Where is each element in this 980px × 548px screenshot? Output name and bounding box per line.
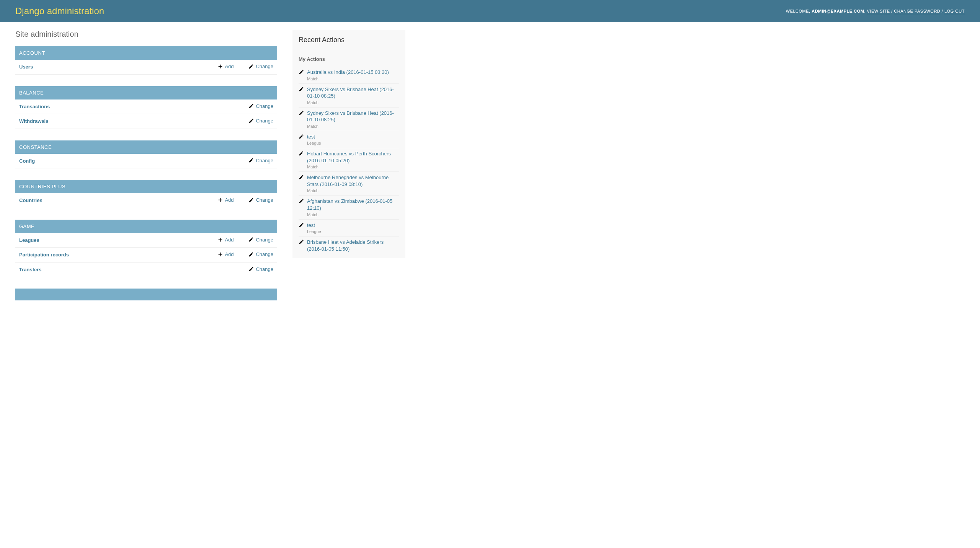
action-item: Afghanistan vs Zimbabwe (2016-01-05 12:1… [299,195,399,219]
app-caption[interactable]: BALANCE [15,86,277,99]
site-title: Django administration [15,6,104,16]
app-module: GAMELeaguesAddChangeParticipation record… [15,220,277,277]
change-cell: Change [245,193,277,208]
pencil-icon [299,134,304,140]
model-name-cell: Transfers [15,262,214,277]
change-label: Change [256,118,273,124]
app-caption[interactable]: GAME [15,220,277,233]
change-label: Change [256,197,273,203]
change-password-link[interactable]: CHANGE PASSWORD [894,9,940,14]
add-link[interactable]: Add [218,251,234,257]
model-name-cell: Participation records [15,248,214,263]
app-list: ACCOUNTUsersAddChangeBALANCETransactions… [15,46,277,300]
add-cell [214,154,245,168]
model-name-cell: Transactions [15,99,214,114]
action-type: Match [307,124,399,129]
pencil-icon [248,197,254,203]
pencil-icon [299,222,304,229]
add-link[interactable]: Add [218,197,234,203]
add-link[interactable]: Add [218,64,234,69]
pencil-icon [299,198,304,205]
add-label: Add [225,64,234,69]
pencil-icon [299,69,304,76]
model-link[interactable]: Transfers [19,267,42,272]
pencil-icon [299,175,304,180]
action-type: Match [307,188,399,193]
model-link[interactable]: Users [19,64,33,70]
add-cell [214,99,245,114]
change-link[interactable]: Change [248,158,273,163]
branding-link[interactable]: Django administration [15,6,104,16]
header: Django administration WELCOME, ADMIN@EXA… [0,0,980,22]
change-link[interactable]: Change [248,237,273,243]
pencil-icon [299,151,304,157]
action-type: Match [307,212,399,217]
model-row: TransactionsChange [15,99,277,114]
user-tools: WELCOME, ADMIN@EXAMPLE.COM. VIEW SITE / … [786,9,965,13]
action-link[interactable]: Afghanistan vs Zimbabwe (2016-01-05 12:1… [307,198,392,211]
model-row: WithdrawalsChange [15,114,277,129]
action-link[interactable]: Australia vs India (2016-01-15 03:20) [307,69,389,75]
action-link[interactable]: Hobart Hurricanes vs Perth Scorchers (20… [307,151,391,163]
app-module: BALANCETransactionsChangeWithdrawalsChan… [15,86,277,129]
model-name-cell: Countries [15,193,214,208]
model-link[interactable]: Countries [19,197,42,203]
app-caption[interactable] [15,289,277,300]
change-link[interactable]: Change [248,251,273,257]
action-link[interactable]: Melbourne Renegades vs Melbourne Stars (… [307,175,389,187]
change-cell: Change [245,114,277,129]
change-link[interactable]: Change [248,118,273,124]
action-link[interactable]: Sydney Sixers vs Brisbane Heat (2016-01-… [307,110,394,123]
pencil-icon [299,110,304,116]
change-label: Change [256,103,273,109]
add-label: Add [225,251,234,257]
action-item: test League [299,219,399,236]
pencil-icon [299,110,304,117]
add-link[interactable]: Add [218,237,234,243]
add-cell: Add [214,60,245,74]
change-label: Change [256,158,273,163]
model-name-cell: Users [15,60,214,74]
add-label: Add [225,197,234,203]
action-link[interactable]: Brisbane Heat vs Adelaide Strikers (2016… [307,239,384,252]
action-list: Australia vs India (2016-01-15 03:20) Ma… [299,67,399,254]
action-type: League [307,141,399,145]
change-cell: Change [245,60,277,74]
pencil-icon [248,252,254,257]
action-link[interactable]: test [307,134,315,140]
app-caption[interactable]: ACCOUNT [15,46,277,60]
change-cell: Change [245,154,277,168]
add-cell: Add [214,193,245,208]
pencil-icon [299,222,304,228]
change-link[interactable]: Change [248,197,273,203]
action-item: Sydney Sixers vs Brisbane Heat (2016-01-… [299,83,399,107]
model-link[interactable]: Transactions [19,104,50,109]
model-link[interactable]: Leagues [19,237,39,243]
plus-icon [218,237,223,242]
change-cell: Change [245,99,277,114]
pencil-icon [248,118,254,124]
model-link[interactable]: Withdrawals [19,118,48,124]
log-out-link[interactable]: LOG OUT [944,9,965,14]
action-type: League [307,229,399,234]
pencil-icon [248,103,254,109]
view-site-link[interactable]: VIEW SITE [867,9,890,14]
pencil-icon [299,151,304,156]
change-label: Change [256,266,273,272]
action-link[interactable]: test [307,222,315,228]
action-type: Match [307,165,399,169]
action-link[interactable]: Sydney Sixers vs Brisbane Heat (2016-01-… [307,86,394,99]
app-module [15,289,277,300]
app-caption[interactable]: CONSTANCE [15,140,277,154]
change-link[interactable]: Change [248,64,273,69]
app-caption[interactable]: COUNTRIES PLUS [15,180,277,193]
add-cell [214,262,245,277]
model-link[interactable]: Participation records [19,252,69,258]
model-name-cell: Leagues [15,233,214,248]
model-name-cell: Config [15,154,214,168]
model-link[interactable]: Config [19,158,35,164]
pencil-icon [248,266,254,272]
change-link[interactable]: Change [248,103,273,109]
change-link[interactable]: Change [248,266,273,272]
my-actions-heading: My Actions [299,56,399,62]
